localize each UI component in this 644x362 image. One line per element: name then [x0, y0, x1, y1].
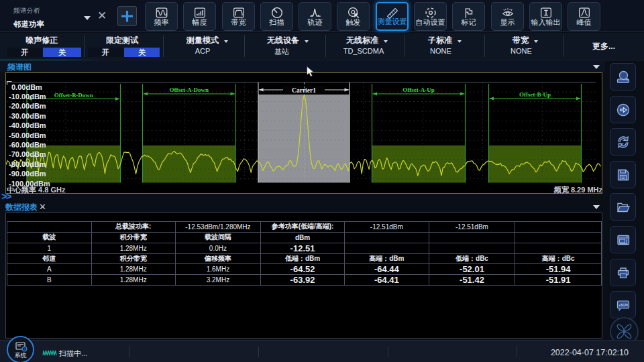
svg-text:Offset-B-Down: Offset-B-Down: [54, 92, 93, 99]
svg-text:Offset-A-Up: Offset-A-Up: [402, 86, 435, 93]
svg-text:Offset-B-Up: Offset-B-Up: [519, 91, 551, 98]
svg-text:+SCPI: +SCPI: [619, 303, 627, 306]
svg-text:Offset-A-Down: Offset-A-Down: [170, 86, 209, 93]
